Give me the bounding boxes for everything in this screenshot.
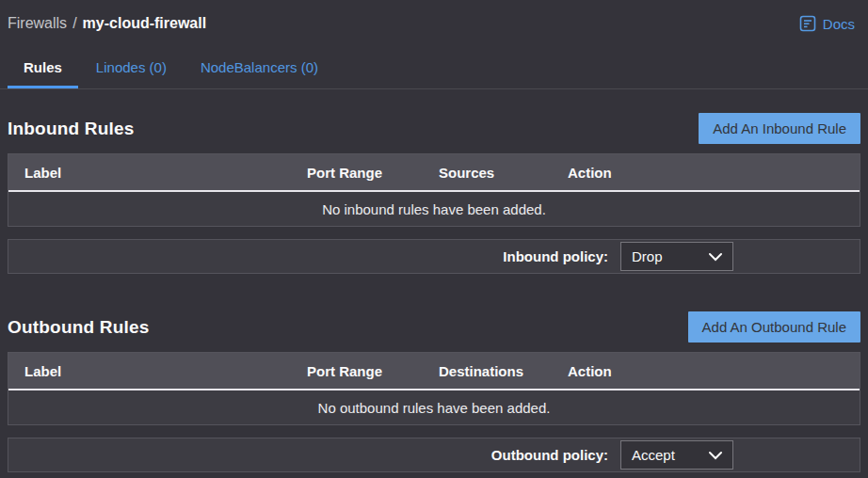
outbound-column-action: Action xyxy=(552,363,860,379)
add-outbound-rule-button[interactable]: Add An Outbound Rule xyxy=(688,311,860,343)
outbound-rules-table: Label Port Range Destinations Action No … xyxy=(8,352,860,425)
inbound-column-action: Action xyxy=(552,165,860,181)
tab-nodebalancers[interactable]: NodeBalancers (0) xyxy=(185,51,334,88)
outbound-empty-message: No outbound rules have been added. xyxy=(8,390,860,424)
chevron-down-icon xyxy=(708,451,723,460)
breadcrumb: Firewalls / my-cloud-firewall xyxy=(8,15,206,32)
breadcrumb-separator: / xyxy=(72,15,76,32)
outbound-policy-label: Outbound policy: xyxy=(491,447,608,463)
chevron-down-icon xyxy=(708,252,723,262)
inbound-rules-table: Label Port Range Sources Action No inbou… xyxy=(8,153,860,227)
inbound-policy-row: Inbound policy: Drop xyxy=(8,239,860,274)
tab-linodes[interactable]: Linodes (0) xyxy=(80,51,183,88)
inbound-column-port-range: Port Range xyxy=(291,165,423,181)
outbound-column-destinations: Destinations xyxy=(423,363,552,379)
page-header: Firewalls / my-cloud-firewall Docs xyxy=(0,0,868,38)
inbound-table-header: Label Port Range Sources Action xyxy=(8,154,860,192)
add-inbound-rule-button[interactable]: Add An Inbound Rule xyxy=(699,113,860,144)
tab-bar: Rules Linodes (0) NodeBalancers (0) xyxy=(0,38,868,89)
outbound-column-label: Label xyxy=(8,363,291,379)
breadcrumb-firewalls-link[interactable]: Firewalls xyxy=(8,15,67,32)
outbound-policy-row: Outbound policy: Accept xyxy=(8,438,860,472)
inbound-rules-title: Inbound Rules xyxy=(8,119,135,139)
outbound-rules-title: Outbound Rules xyxy=(8,317,150,338)
inbound-column-label: Label xyxy=(8,165,291,181)
breadcrumb-current-firewall: my-cloud-firewall xyxy=(83,15,207,32)
inbound-column-sources: Sources xyxy=(423,165,552,181)
inbound-empty-message: No inbound rules have been added. xyxy=(8,192,860,226)
outbound-column-port-range: Port Range xyxy=(291,363,423,379)
outbound-rules-section: Outbound Rules Add An Outbound Rule Labe… xyxy=(8,311,860,472)
inbound-policy-select[interactable]: Drop xyxy=(620,242,733,271)
inbound-policy-value: Drop xyxy=(632,248,663,264)
docs-icon xyxy=(799,15,816,32)
docs-link[interactable]: Docs xyxy=(799,15,855,32)
docs-label: Docs xyxy=(823,16,855,32)
outbound-table-header: Label Port Range Destinations Action xyxy=(8,353,860,390)
tab-rules[interactable]: Rules xyxy=(8,51,78,88)
inbound-policy-label: Inbound policy: xyxy=(503,248,608,264)
outbound-policy-value: Accept xyxy=(632,447,675,463)
inbound-rules-section: Inbound Rules Add An Inbound Rule Label … xyxy=(8,113,860,274)
outbound-policy-select[interactable]: Accept xyxy=(620,440,733,470)
rules-panel: Inbound Rules Add An Inbound Rule Label … xyxy=(0,113,868,472)
